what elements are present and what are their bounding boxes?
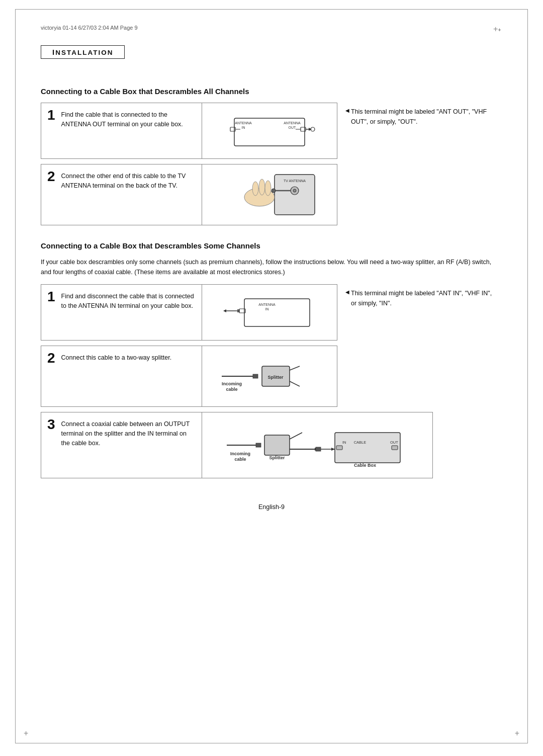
svg-text:OUT: OUT xyxy=(390,440,398,445)
section2-step1-left: 1 Find and disconnect the cable that is … xyxy=(41,285,202,340)
step2-number: 2 xyxy=(47,170,55,184)
section-header: INSTALLATION xyxy=(41,45,125,59)
svg-text:cable: cable xyxy=(234,457,246,462)
svg-text:Splitter: Splitter xyxy=(267,375,284,380)
svg-text:Cable  Box: Cable Box xyxy=(354,463,376,468)
step1-block: 1 Find the cable that is connected to th… xyxy=(41,103,337,159)
section2-step3-row: 3 Connect a coaxial cable between an OUT… xyxy=(41,412,502,478)
s2-step3-diagram-svg: IN CABLE OUT Incoming cable Splitter Cab… xyxy=(222,417,413,473)
section2-step3-image: IN CABLE OUT Incoming cable Splitter Cab… xyxy=(202,412,432,478)
step2-left: 2 Connect the other end of this cable to… xyxy=(41,164,202,225)
svg-text:OUT: OUT xyxy=(289,126,297,129)
bullet2-icon: ◀ xyxy=(345,288,349,296)
step2-row: 2 Connect the other end of this cable to… xyxy=(41,164,502,225)
svg-rect-45 xyxy=(335,433,400,463)
step2-text: Connect the other end of this cable to t… xyxy=(61,170,196,191)
section2-step3-left: 3 Connect a coaxial cable between an OUT… xyxy=(41,412,202,478)
svg-rect-43 xyxy=(316,447,321,451)
svg-text:IN: IN xyxy=(342,440,346,445)
footer-text: English-9 xyxy=(258,503,285,511)
section2-step2-note-empty xyxy=(337,346,502,407)
section2-step1-number: 1 xyxy=(47,290,55,304)
section1-title: Connecting to a Cable Box that Descrambl… xyxy=(41,87,502,96)
svg-marker-55 xyxy=(331,448,335,451)
step2-note-empty xyxy=(337,164,502,225)
svg-rect-38 xyxy=(256,443,261,447)
section2-step3-number: 3 xyxy=(47,417,55,432)
header-left-text: victoryia 01-14 6/27/03 2:04 AM Page 9 xyxy=(41,25,138,34)
section2-step2-number: 2 xyxy=(47,351,55,365)
step1-number: 1 xyxy=(47,108,55,122)
step1-note-text: This terminal might be labeled "ANT OUT"… xyxy=(351,107,494,127)
svg-text:CABLE: CABLE xyxy=(354,440,367,445)
s2-step2-diagram-svg: Incoming cable Splitter xyxy=(212,351,327,401)
step1-diagram-svg: ANTENNA IN ANTENNA OUT xyxy=(219,108,320,153)
svg-rect-30 xyxy=(253,374,258,378)
svg-text:ANTENNA: ANTENNA xyxy=(258,303,276,306)
step2-image: TV ANTENNA xyxy=(202,164,337,225)
section2-step1-block: 1 Find and disconnect the cable that is … xyxy=(41,284,337,341)
section2-step1-image: ANTENNA IN xyxy=(202,285,337,340)
svg-marker-27 xyxy=(223,309,226,312)
svg-text:ANTENNA: ANTENNA xyxy=(235,121,252,125)
section2-step2-text: Connect this cable to a two-way splitter… xyxy=(61,351,172,363)
svg-text:IN: IN xyxy=(265,307,269,311)
corner-crosshair: + xyxy=(515,729,519,738)
svg-text:IN: IN xyxy=(242,126,245,129)
footer: English-9 xyxy=(41,498,502,511)
svg-text:cable: cable xyxy=(226,387,237,392)
svg-text:Incoming: Incoming xyxy=(230,451,250,456)
header-crosshair: + xyxy=(493,25,502,34)
svg-point-18 xyxy=(259,179,265,195)
section2-step2-image: Incoming cable Splitter xyxy=(202,346,337,406)
step1-image: ANTENNA IN ANTENNA OUT xyxy=(202,103,337,158)
step1-row: 1 Find the cable that is connected to th… xyxy=(41,103,502,159)
section2-step1-row: 1 Find and disconnect the cable that is … xyxy=(41,284,502,341)
svg-point-15 xyxy=(293,189,296,192)
svg-rect-22 xyxy=(244,299,310,326)
svg-point-17 xyxy=(252,182,258,196)
section2-step3-text: Connect a coaxial cable between an OUTPU… xyxy=(61,417,196,448)
bullet-icon: ◀ xyxy=(345,107,349,115)
step1-text: Find the cable that is connected to the … xyxy=(61,108,196,129)
step2-diagram-svg: TV ANTENNA xyxy=(219,170,320,220)
svg-text:TV ANTENNA: TV ANTENNA xyxy=(284,179,306,183)
section2-step2-left: 2 Connect this cable to a two-way splitt… xyxy=(41,346,202,406)
svg-text:ANTENNA: ANTENNA xyxy=(284,121,301,125)
step1-note: ◀ This terminal might be labeled "ANT OU… xyxy=(337,103,502,159)
section2-step2-block: 2 Connect this cable to a two-way splitt… xyxy=(41,346,337,407)
svg-line-40 xyxy=(290,433,302,439)
section2-title: Connecting to a Cable Box that Descrambl… xyxy=(41,241,502,250)
section2-step1-note: ◀ This terminal might be labeled "ANT IN… xyxy=(337,284,502,341)
svg-text:Incoming: Incoming xyxy=(222,381,242,386)
svg-point-19 xyxy=(265,181,271,196)
section2-step3-block: 3 Connect a coaxial cable between an OUT… xyxy=(41,412,433,478)
section2-intro: If your cable box descrambles only some … xyxy=(41,257,502,277)
section2-step1-note-text: This terminal might be labeled "ANT IN",… xyxy=(351,288,494,308)
section2: Connecting to a Cable Box that Descrambl… xyxy=(41,241,502,478)
section2-step1-text: Find and disconnect the cable that is co… xyxy=(61,290,196,311)
page-border: victoryia 01-14 6/27/03 2:04 AM Page 9 +… xyxy=(15,9,528,743)
s2-step1-diagram-svg: ANTENNA IN xyxy=(219,290,320,335)
svg-text:Splitter: Splitter xyxy=(269,455,285,460)
section1: Connecting to a Cable Box that Descrambl… xyxy=(41,87,502,225)
svg-rect-39 xyxy=(264,435,290,455)
svg-line-33 xyxy=(290,381,300,386)
header-meta: victoryia 01-14 6/27/03 2:04 AM Page 9 + xyxy=(41,25,502,36)
section2-step2-row: 2 Connect this cable to a two-way splitt… xyxy=(41,346,502,407)
svg-rect-28 xyxy=(237,309,240,312)
corner-crosshair-bl: + xyxy=(24,729,28,738)
step1-left: 1 Find the cable that is connected to th… xyxy=(41,103,202,158)
step2-block: 2 Connect the other end of this cable to… xyxy=(41,164,337,225)
svg-rect-47 xyxy=(336,446,342,450)
svg-point-21 xyxy=(272,189,276,193)
svg-rect-50 xyxy=(392,446,398,450)
svg-line-32 xyxy=(290,366,300,370)
section-header-rest: NSTALLATION xyxy=(55,49,113,56)
